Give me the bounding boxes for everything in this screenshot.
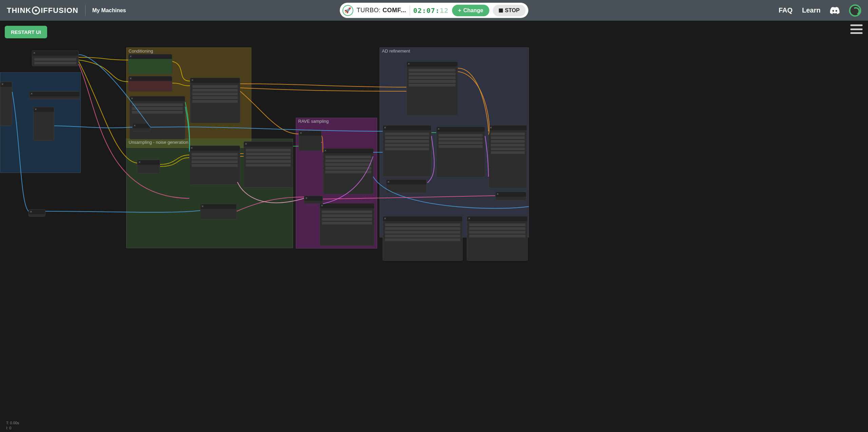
pill-divider — [409, 5, 410, 16]
stat-t: T: 0.00s — [6, 420, 19, 426]
plus-icon: + — [458, 7, 461, 14]
node[interactable]: × — [386, 179, 427, 193]
node-canvas[interactable]: Conditioning Unsampling - noise generati… — [0, 21, 868, 432]
node[interactable]: × — [0, 82, 12, 126]
node[interactable]: × — [29, 91, 80, 99]
logo-text-1: THINK — [7, 6, 31, 15]
node[interactable]: × — [436, 126, 485, 177]
node[interactable]: × — [383, 216, 463, 261]
nav-learn[interactable]: Learn — [802, 6, 821, 14]
node[interactable]: × — [130, 96, 185, 139]
session-timer: 02:07:12 — [413, 6, 448, 15]
group-ad-title: AD refinement — [380, 48, 528, 54]
rocket-icon: 🚀 — [342, 5, 353, 16]
machine-pill: 🚀 TURBO: COMF... 02:07:12 + Change STOP — [340, 3, 528, 18]
node-red[interactable]: × — [128, 76, 172, 92]
stat-i: I: 0 — [6, 426, 19, 431]
change-button[interactable]: + Change — [452, 5, 489, 16]
node[interactable]: × — [33, 107, 54, 141]
group-rave-title: RAVE sampling — [296, 118, 377, 124]
node[interactable]: × — [189, 145, 240, 185]
machine-name[interactable]: TURBO: COMF... — [356, 7, 406, 14]
group-conditioning-title: Conditioning — [127, 48, 251, 54]
node[interactable]: × — [383, 125, 431, 177]
node[interactable]: × — [137, 160, 160, 173]
canvas-stats: T: 0.00s I: 0 — [6, 420, 19, 431]
stop-icon — [499, 8, 503, 13]
node[interactable]: × — [323, 148, 374, 194]
node[interactable]: × — [32, 51, 79, 66]
logo-d-icon — [32, 6, 40, 15]
node[interactable]: × — [495, 192, 526, 200]
brand-logo: THINK IFFUSION — [7, 6, 78, 15]
discord-icon[interactable] — [830, 7, 840, 14]
header-divider — [85, 5, 85, 16]
node-green[interactable]: × — [128, 54, 172, 74]
nav-faq[interactable]: FAQ — [778, 6, 792, 14]
node[interactable]: × — [298, 131, 322, 151]
node[interactable]: × — [200, 204, 237, 219]
node[interactable]: × — [320, 203, 374, 246]
logo-text-2: IFFUSION — [41, 6, 78, 15]
node[interactable]: × — [488, 125, 527, 188]
node[interactable]: × — [304, 196, 323, 204]
node[interactable]: × — [406, 61, 458, 116]
node[interactable]: × — [28, 209, 45, 217]
node[interactable]: × — [132, 123, 151, 131]
stop-button[interactable]: STOP — [493, 5, 526, 16]
node[interactable]: × — [190, 78, 240, 123]
app-header: THINK IFFUSION My Machines 🚀 TURBO: COMF… — [0, 0, 868, 21]
node[interactable]: × — [467, 216, 528, 261]
header-right: FAQ Learn — [778, 4, 861, 17]
nav-my-machines[interactable]: My Machines — [92, 7, 126, 14]
node[interactable]: × — [244, 141, 293, 188]
user-avatar[interactable] — [849, 4, 861, 17]
